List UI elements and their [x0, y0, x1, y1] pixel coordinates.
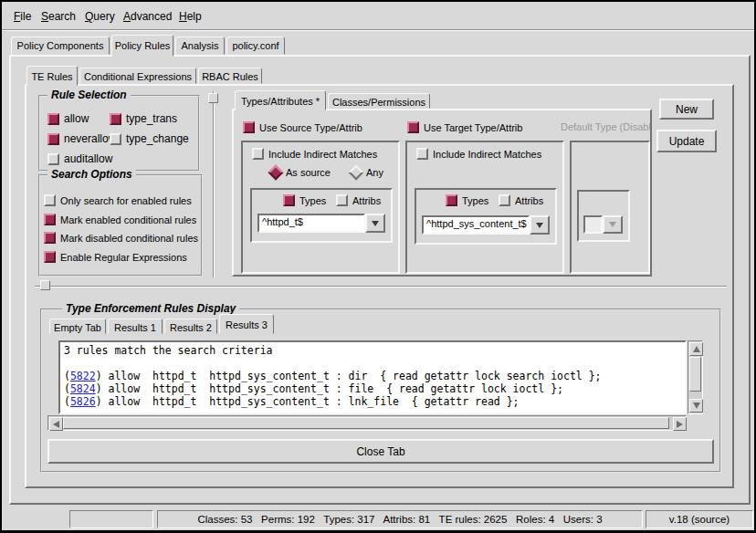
status-version-panel: v.18 (source) [646, 510, 753, 528]
checkbox-mark-disabled-indicator [44, 232, 56, 244]
checkbox-source-types[interactable]: Types [283, 194, 326, 206]
checkbox-target-types[interactable]: Types [446, 194, 488, 206]
rule-id-link[interactable]: 5824 [70, 382, 96, 395]
menu-advanced[interactable]: Advanced [117, 7, 178, 26]
checkbox-type-change-label: type_change [126, 132, 189, 145]
checkbox-allow[interactable]: allow [47, 112, 89, 125]
checkbox-use-source-type[interactable]: Use Source Type/Attrib [243, 121, 362, 133]
tab-types-attributes[interactable]: Types/Attributes * [235, 90, 326, 110]
checkbox-auditallow-indicator [47, 153, 59, 165]
checkbox-mark-enabled-label: Mark enabled conditional rules [60, 214, 196, 225]
checkbox-type-change-indicator [110, 133, 121, 145]
checkbox-target-types-indicator [446, 194, 457, 206]
chevron-down-icon [372, 221, 379, 226]
checkbox-use-source-indicator [243, 121, 255, 133]
checkbox-target-indirect[interactable]: Include Indirect Matches [416, 148, 541, 160]
tab-empty-tab[interactable]: Empty Tab [49, 319, 106, 334]
source-type-combobox[interactable]: ^httpd_t$ [257, 214, 385, 233]
checkbox-target-attribs[interactable]: Attribs [499, 194, 543, 206]
checkbox-neverallow-indicator [47, 133, 59, 145]
checkbox-use-target-type[interactable]: Use Target Type/Attrib [407, 121, 522, 133]
radio-any[interactable]: Any [351, 167, 383, 178]
radio-as-source[interactable]: As source [270, 167, 331, 178]
tab-results-2[interactable]: Results 2 [164, 319, 217, 334]
menu-help[interactable]: Help [173, 7, 208, 26]
checkbox-source-attribs-indicator [336, 194, 348, 206]
status-empty-panel [69, 510, 153, 528]
menu-file[interactable]: File [7, 7, 37, 26]
checkbox-mark-disabled-label: Mark disabled conditional rules [60, 233, 198, 244]
default-type-label: Default Type (Disabled) [561, 121, 650, 134]
target-type-combobox-arrow[interactable] [530, 215, 550, 235]
new-button-label: New [676, 103, 698, 116]
tab-policy-components[interactable]: Policy Components [11, 37, 110, 55]
te-rules-display-title: Type Enforcement Rules Display [62, 303, 239, 315]
rule-selection-title: Rule Selection [47, 89, 131, 101]
results-vscrollbar[interactable] [688, 340, 703, 414]
rule-id-link[interactable]: 5822 [70, 370, 96, 382]
checkbox-neverallow[interactable]: neverallow [47, 132, 116, 145]
update-button[interactable]: Update [656, 130, 717, 152]
scroll-right-arrow[interactable] [673, 417, 687, 431]
te-rule-line: (5822) allow httpd_t httpd_sys_content_t… [64, 370, 681, 382]
close-tab-button-label: Close Tab [356, 445, 404, 458]
scroll-up-arrow[interactable] [689, 342, 703, 356]
vscroll-thumb[interactable] [689, 357, 701, 392]
menu-query[interactable]: Query [79, 7, 121, 26]
tab-conditional-expressions[interactable]: Conditional Expressions [79, 68, 196, 84]
tab-policy-conf[interactable]: policy.conf [226, 37, 285, 55]
horizontal-sash-handle[interactable] [40, 280, 50, 290]
checkbox-source-indirect-label: Include Indirect Matches [268, 149, 377, 160]
search-options-title: Search Options [47, 169, 136, 181]
source-type-combobox-arrow[interactable] [365, 214, 385, 233]
results-text-area[interactable]: 3 rules match the search criteria (5822)… [58, 340, 687, 414]
tab-policy-rules[interactable]: Policy Rules [111, 35, 173, 57]
hscroll-thumb[interactable] [63, 417, 669, 429]
tab-results-3[interactable]: Results 3 [219, 314, 274, 334]
tab-te-rules[interactable]: TE Rules [26, 66, 78, 86]
checkbox-mark-disabled-cond[interactable]: Mark disabled conditional rules [44, 232, 198, 244]
te-rule-line: (5824) allow httpd_t httpd_sys_content_t… [64, 382, 681, 395]
checkbox-type-change[interactable]: type_change [110, 132, 189, 145]
radio-any-label: Any [366, 167, 383, 178]
menu-search[interactable]: Search [35, 7, 82, 26]
checkbox-type-trans[interactable]: type_trans [110, 112, 177, 125]
vertical-sash-handle[interactable] [208, 93, 218, 103]
tab-classes-permissions[interactable]: Classes/Permissions [328, 93, 430, 109]
checkbox-enable-regex-label: Enable Regular Expressions [60, 252, 187, 263]
rule-id-link[interactable]: 5826 [70, 395, 96, 408]
default-type-combobox [583, 215, 623, 234]
new-button[interactable]: New [659, 99, 714, 120]
checkbox-only-enabled-label: Only search for enabled rules [60, 195, 192, 206]
status-stats-panel: Classes: 53 Perms: 192 Types: 317 Attrib… [157, 510, 643, 528]
checkbox-auditallow[interactable]: auditallow [47, 152, 112, 165]
tab-analysis[interactable]: Analysis [175, 37, 225, 55]
default-type-combobox-entry [583, 215, 603, 234]
target-type-combobox[interactable]: ^httpd_sys_content_t$ [422, 215, 550, 235]
apol-window: File Search Query Advanced Help Policy C… [0, 0, 756, 533]
policy-version: v.18 (source) [669, 514, 730, 525]
checkbox-only-enabled-rules[interactable]: Only search for enabled rules [44, 194, 192, 206]
tab-results-1[interactable]: Results 1 [108, 319, 163, 334]
checkbox-source-attribs[interactable]: Attribs [336, 194, 381, 206]
horizontal-sash [35, 286, 727, 287]
checkbox-enable-regex[interactable]: Enable Regular Expressions [44, 251, 187, 263]
tab-rbac-rules[interactable]: RBAC Rules [198, 68, 262, 84]
checkbox-use-target-indicator [407, 121, 419, 133]
close-tab-button[interactable]: Close Tab [47, 439, 714, 464]
results-hscrollbar[interactable] [47, 415, 687, 431]
chevron-down-icon [536, 223, 543, 228]
source-type-combobox-entry[interactable]: ^httpd_t$ [257, 214, 365, 233]
checkbox-neverallow-label: neverallow [64, 132, 116, 145]
checkbox-type-trans-indicator [110, 113, 121, 125]
scroll-down-arrow[interactable] [689, 399, 703, 413]
checkbox-source-indirect[interactable]: Include Indirect Matches [252, 148, 377, 160]
checkbox-source-attribs-label: Attribs [352, 195, 381, 206]
update-button-label: Update [669, 135, 705, 148]
checkbox-mark-enabled-cond[interactable]: Mark enabled conditional rules [44, 214, 196, 225]
radio-as-source-label: As source [286, 167, 331, 178]
target-type-combobox-entry[interactable]: ^httpd_sys_content_t$ [422, 215, 530, 235]
scroll-left-arrow[interactable] [49, 417, 63, 431]
checkbox-enable-regex-indicator [44, 251, 56, 263]
checkbox-target-attribs-indicator [499, 194, 510, 206]
